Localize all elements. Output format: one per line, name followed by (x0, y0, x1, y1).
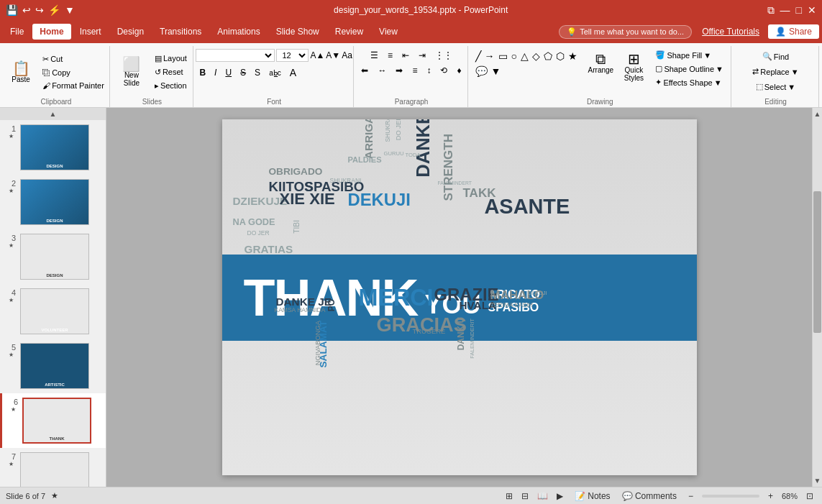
cut-button[interactable]: ✂ Cut (40, 53, 107, 65)
text-direction-button[interactable]: ⟲ (437, 64, 451, 77)
redo-icon[interactable]: ↪ (35, 4, 44, 16)
slide-sorter-button[interactable]: ⊟ (519, 490, 531, 502)
new-slide-button[interactable]: ⬜ NewSlide (114, 54, 149, 90)
slide-thumbnail-5[interactable]: 5★ARTISTIC (0, 339, 106, 393)
share-button[interactable]: 👤 Share (768, 24, 819, 39)
tell-me-input[interactable]: 💡 Tell me what you want to do... (559, 25, 692, 39)
layout-icon: ▤ (155, 54, 162, 63)
menu-review[interactable]: Review (328, 24, 370, 40)
reset-button[interactable]: ↺ Reset (152, 66, 190, 78)
save-icon[interactable]: 💾 (6, 4, 18, 16)
menu-design[interactable]: Design (110, 24, 151, 40)
clear-format-button[interactable]: Aa (342, 50, 352, 60)
shape-rect[interactable]: ▭ (497, 49, 509, 63)
shape-effects-button[interactable]: ✦ Effects Shape ▼ (652, 76, 726, 88)
minimize-icon[interactable]: — (780, 4, 790, 16)
shadow-button[interactable]: ab̲c (265, 68, 285, 78)
customize-icon[interactable]: ⚡ (48, 4, 60, 16)
status-right: ⊞ ⊟ 📖 ▶ 📝 Notes 💬 Comments − + 68% ⊡ (503, 490, 816, 502)
shape-more[interactable]: ▼ (490, 64, 503, 78)
slide-thumbnail-1[interactable]: 1★DESIGN (0, 120, 106, 175)
shape-line[interactable]: ╱ (474, 49, 483, 63)
undo-icon[interactable]: ↩ (22, 4, 31, 16)
shape-fill-button[interactable]: 🪣 Shape Fill ▼ (652, 49, 726, 61)
menu-file[interactable]: File (3, 24, 31, 40)
bold-button[interactable]: B (196, 66, 209, 79)
decrease-indent-button[interactable]: ⇤ (398, 49, 413, 62)
slide-canvas[interactable]: THANK YOU ARIGATO SPASIBO DANKEARRIGATOD… (222, 119, 697, 475)
align-left-button[interactable]: ⬅ (357, 64, 372, 77)
menu-animations[interactable]: Animations (210, 24, 267, 40)
slide-thumbnail-2[interactable]: 2★DESIGN (0, 175, 106, 229)
font-name-select[interactable] (196, 49, 275, 62)
italic-button[interactable]: I (211, 66, 220, 79)
font-color-button[interactable]: A (286, 65, 300, 80)
shape-star[interactable]: ★ (567, 49, 579, 63)
restore-icon[interactable]: ⧉ (767, 4, 775, 17)
small-caps-button[interactable]: S (251, 66, 264, 79)
fit-slide-button[interactable]: ⊡ (803, 490, 816, 502)
increase-indent-button[interactable]: ⇥ (415, 49, 429, 62)
close-icon[interactable]: ✕ (808, 4, 816, 16)
scroll-up-button[interactable]: ▲ (812, 108, 822, 120)
font-size-select[interactable]: 12 (276, 49, 309, 62)
shape-hexagon[interactable]: ⬡ (554, 49, 566, 63)
menu-view[interactable]: View (372, 24, 405, 40)
slide-thumbnail-7[interactable]: 7★ (0, 448, 106, 487)
line-spacing-button[interactable]: ↕ (423, 64, 434, 77)
align-center-button[interactable]: ↔ (374, 64, 390, 77)
shape-outline-button[interactable]: ▢ Shape Outline ▼ (652, 63, 726, 75)
zoom-out-button[interactable]: − (685, 490, 696, 502)
slide-info: Slide 6 of 7 (6, 492, 45, 500)
more-icon[interactable]: ▼ (65, 4, 75, 16)
slide-thumbnail-4[interactable]: 4★VOLUNTEER (0, 284, 106, 339)
underline-button[interactable]: U (222, 66, 235, 79)
word-cloud-word-24: KAMSA HAMNIDA (275, 306, 326, 313)
select-button[interactable]: ⬚ Select ▼ (753, 81, 798, 93)
layout-button[interactable]: ▤ Layout (152, 52, 190, 65)
copy-button[interactable]: ⿻ Copy (40, 67, 107, 78)
decrease-font-size-button[interactable]: A▼ (326, 50, 340, 60)
slide-panel-scroll-up[interactable]: ▲ (0, 108, 106, 120)
shape-diamond[interactable]: ◇ (531, 49, 542, 63)
bullets-button[interactable]: ☰ (367, 49, 382, 62)
section-button[interactable]: ▸ Section (152, 80, 190, 92)
menu-home[interactable]: Home (32, 24, 70, 40)
quick-styles-button[interactable]: ⊞ QuickStyles (619, 49, 648, 85)
menu-slideshow[interactable]: Slide Show (269, 24, 326, 40)
shape-triangle[interactable]: △ (519, 49, 530, 63)
align-right-button[interactable]: ➡ (392, 64, 406, 77)
office-tutorials-link[interactable]: Office Tutorials (702, 27, 759, 37)
shape-pentagon[interactable]: ⬠ (542, 49, 554, 63)
slide-thumbnail-6[interactable]: 6★THANK (0, 393, 106, 448)
slideshow-button[interactable]: ▶ (554, 490, 566, 502)
shape-arrow[interactable]: → (483, 49, 496, 63)
zoom-slider[interactable] (702, 495, 759, 498)
format-painter-button[interactable]: 🖌 Format Painter (40, 80, 107, 91)
comments-button[interactable]: 💬 Comments (619, 490, 680, 502)
menu-transitions[interactable]: Transitions (152, 24, 209, 40)
increase-font-size-button[interactable]: A▲ (310, 50, 324, 60)
normal-view-button[interactable]: ⊞ (503, 490, 516, 502)
numbering-button[interactable]: ≡ (384, 49, 396, 62)
menu-insert[interactable]: Insert (73, 24, 109, 40)
notes-button[interactable]: 📝 Notes (572, 490, 613, 502)
zoom-in-button[interactable]: + (765, 490, 776, 502)
find-button[interactable]: 🔍 Find (759, 50, 792, 63)
justify-button[interactable]: ≡ (408, 64, 421, 77)
slide-number-7: 7 (6, 452, 16, 461)
replace-button[interactable]: ⇄ Replace ▼ (749, 65, 801, 78)
maximize-icon[interactable]: □ (796, 4, 802, 16)
scroll-track[interactable] (813, 120, 822, 475)
slide-thumbnail-3[interactable]: 3★DESIGN (0, 229, 106, 284)
reading-view-button[interactable]: 📖 (534, 490, 551, 502)
shape-callout[interactable]: 💬 (474, 64, 489, 78)
strikethrough-button[interactable]: S (237, 66, 250, 79)
convert-smartart-button[interactable]: ♦ (453, 64, 465, 77)
scroll-down-button[interactable]: ▼ (812, 475, 822, 487)
columns-button[interactable]: ⋮⋮ (431, 49, 456, 62)
paste-button[interactable]: 📋 Paste (5, 58, 37, 86)
scroll-thumb[interactable] (813, 191, 821, 333)
shape-circle[interactable]: ○ (510, 49, 519, 63)
arrange-button[interactable]: ⧉ Arrange (586, 49, 615, 77)
